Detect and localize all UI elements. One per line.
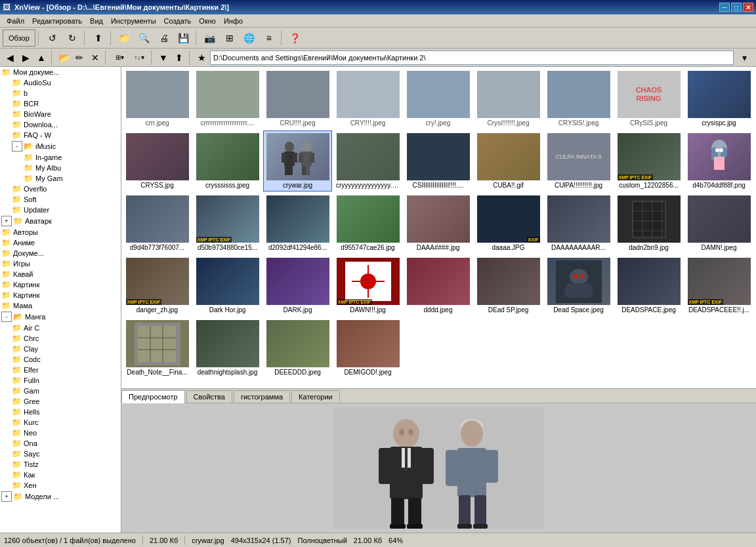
sidebar-item-Sayc[interactable]: 📁 Sayc: [0, 449, 121, 459]
refresh2-btn[interactable]: ↻: [63, 30, 81, 47]
help-btn[interactable]: ❓: [286, 30, 304, 47]
thumb-d2092[interactable]: d2092df41294e86...: [263, 193, 332, 254]
sidebar-item-Anime[interactable]: 📁 Аниме: [0, 237, 121, 248]
thumb-danger[interactable]: XMP IPTC EXIF danger_zh.jpg: [123, 255, 192, 316]
menu-info[interactable]: Инфо: [220, 16, 247, 26]
fav-btn[interactable]: ★: [194, 51, 209, 65]
print-btn[interactable]: 🖨: [155, 30, 173, 47]
tab-properties[interactable]: Свойства: [186, 390, 232, 403]
sidebar-item-FAQ[interactable]: 📁 FAQ - W: [0, 130, 121, 140]
thumb-d955[interactable]: d955747cae26.jpg: [333, 193, 402, 254]
sidebar-item-Mama[interactable]: 📁 Мама: [0, 300, 121, 311]
menu-create[interactable]: Создать: [160, 16, 196, 26]
thumb-d9d4b7[interactable]: d9d4b773f76007...: [123, 193, 192, 254]
thumb-crywar[interactable]: crywar.jpg: [263, 131, 332, 192]
edit-btn[interactable]: ✏: [72, 51, 87, 65]
nav2-btn[interactable]: ⬆: [172, 51, 186, 65]
expander-modeli[interactable]: +: [1, 491, 12, 502]
sidebar-item-Igry[interactable]: 📁 Игры: [0, 258, 121, 269]
thumb-crrrrr[interactable]: crrrrrrrrrrrrrrrrrrrr....: [193, 68, 262, 129]
thumb-cryyy[interactable]: cryyyyyyyyyyyyyyy.jpg: [333, 131, 402, 192]
thumb-cry[interactable]: cry!.jpeg: [404, 68, 472, 129]
tab-preview[interactable]: Предпросмотр: [121, 390, 185, 403]
thumb-DEMIGOD[interactable]: DEMIGOD!.jpeg: [333, 317, 402, 378]
sidebar-item-Overflo[interactable]: 📁 Overflo: [0, 184, 121, 194]
sidebar-item-Chrc[interactable]: 📁 Chrc: [0, 333, 121, 344]
thumb-DarkHor[interactable]: Dark Hor.jpg: [193, 255, 262, 316]
thumb-DeadSpace[interactable]: Dead Space.jpeg: [544, 255, 613, 316]
web-btn[interactable]: 🌐: [240, 30, 259, 47]
sidebar-item-Modeli[interactable]: + 📁 Модели ...: [0, 491, 121, 502]
sidebar-item-Kartinki2[interactable]: 📁 Картинк: [0, 290, 121, 300]
up-btn[interactable]: ▲: [34, 51, 49, 65]
expander-manga[interactable]: -: [1, 312, 12, 322]
search-btn[interactable]: 🔍: [135, 30, 154, 47]
thumb-DAAAAAAAAR[interactable]: DAAAAAAAAAR...: [544, 193, 613, 254]
expander-iMusic[interactable]: -: [12, 141, 22, 152]
sidebar-item-Updater[interactable]: 📁 Updater: [0, 205, 121, 215]
thumb-dadn[interactable]: dadn2bn9.jpg: [614, 193, 683, 254]
refresh-btn[interactable]: ↺: [43, 30, 62, 47]
sidebar-item-Kurc[interactable]: 📁 Kurc: [0, 417, 121, 428]
tab-histogram[interactable]: гистограмма: [234, 390, 290, 403]
thumb-dddd[interactable]: dddd.jpeg: [404, 255, 472, 316]
sidebar-item-favorites[interactable]: 📁 Мои докуме...: [0, 67, 121, 77]
browser-tab-btn[interactable]: Обзор: [3, 30, 35, 47]
grid-btn[interactable]: ⊞: [220, 30, 239, 47]
sidebar-item-Kak[interactable]: 📁 Как: [0, 470, 121, 480]
copy-btn[interactable]: 💾: [175, 30, 193, 47]
thumb-CRYSIS[interactable]: CRYSIS!.jpeg: [544, 68, 613, 129]
filter-btn[interactable]: ▼: [156, 51, 171, 65]
thumb-DAMN[interactable]: DAMN!.jpeg: [684, 193, 753, 254]
sidebar-item-Elfer[interactable]: 📁 Elfer: [0, 365, 121, 375]
sidebar-item-MyAlbu[interactable]: 📁 My Albu: [0, 163, 121, 173]
thumb-d4b704[interactable]: d4b704ddf88f.png: [684, 131, 753, 192]
menu-view[interactable]: Вид: [86, 16, 107, 26]
sidebar-item-AudioSu[interactable]: 📁 AudioSu: [0, 77, 121, 88]
view-mode-btn[interactable]: ⊞▾: [110, 51, 129, 65]
thumb-DEEEDDD[interactable]: DEEEDDD.jpeg: [263, 317, 332, 378]
delete-btn[interactable]: ✕: [88, 51, 102, 65]
sidebar-item-Codc[interactable]: 📁 Codc: [0, 354, 121, 365]
sidebar-item-Tistz[interactable]: 📁 Tistz: [0, 459, 121, 470]
sidebar-item-AirC[interactable]: 📁 Air C: [0, 323, 121, 333]
back-btn[interactable]: ◀: [3, 51, 17, 65]
thumb-CRY[interactable]: CRY!!!!.jpeg: [333, 68, 402, 129]
thumb-CRySIS[interactable]: CHAOSRISING CRySIS.jpeg: [614, 68, 683, 129]
thumb-DAAA[interactable]: DAAA####.jpg: [404, 193, 472, 254]
sidebar-item-Ona[interactable]: 📁 Ona: [0, 438, 121, 449]
thumb-CRU[interactable]: CRU!!!!.jpeg: [263, 68, 332, 129]
sidebar-item-Gam[interactable]: 📁 Gam: [0, 386, 121, 396]
thumb-CRYSS[interactable]: CRYSS.jpg: [123, 131, 192, 192]
sidebar-item-Downloa[interactable]: 📁 Downloa...: [0, 119, 121, 130]
sidebar-item-b[interactable]: 📁 b: [0, 88, 121, 98]
sidebar-item-Manga[interactable]: - 📂 Манга: [0, 311, 121, 323]
close-button[interactable]: ✕: [743, 3, 753, 12]
menu-tools[interactable]: Инструменты: [107, 16, 160, 26]
go-btn[interactable]: ▾: [735, 51, 753, 65]
address-input[interactable]: [210, 51, 734, 65]
thumb-deathnight[interactable]: deathnightsplash.jpg: [193, 317, 262, 378]
thumb-CUBA[interactable]: CUBA!!.gif: [474, 131, 543, 192]
new-folder-btn[interactable]: 📁: [116, 30, 134, 47]
thumb-DAWN[interactable]: XMP IPTC EXIF DAWN!!!.jpg: [333, 255, 402, 316]
thumb-DARK[interactable]: DARK.jpg: [263, 255, 332, 316]
thumb-CUlPA[interactable]: CULPA INNATA II CUlPA!!!!!!!!!!.jpg: [544, 131, 613, 192]
tab-categories[interactable]: Категории: [291, 390, 340, 403]
sidebar-item-Avatarki[interactable]: + 📁 Аватарк: [0, 215, 121, 227]
thumb-DEADSPACE[interactable]: DEADSPACE.jpeg: [614, 255, 683, 316]
folder-up-btn[interactable]: ⬆: [89, 30, 108, 47]
menu-file[interactable]: Файл: [3, 16, 28, 26]
thumb-DEadSP[interactable]: DEad SP.jpeg: [474, 255, 543, 316]
sidebar-item-Clay[interactable]: 📁 Clay: [0, 344, 121, 354]
camera-btn[interactable]: 📷: [201, 30, 219, 47]
sidebar-item-BioWare[interactable]: 📁 BioWare: [0, 109, 121, 119]
thumb-CSI[interactable]: CSIIIIIIIIIIIIIII!!!!....: [404, 131, 472, 192]
thumb-crysssisss[interactable]: crysssisss.jpeg: [193, 131, 262, 192]
thumb-DEADSPACEEE[interactable]: XMP IPTC EXIF DEADSPACEEE!!.j...: [684, 255, 753, 316]
sidebar-item-InGame[interactable]: 📁 In-game: [0, 152, 121, 163]
sidebar-item-BCR[interactable]: 📁 BCR: [0, 98, 121, 109]
sidebar-item-Avtory[interactable]: 📁 Авторы: [0, 227, 121, 237]
menu-window[interactable]: Окно: [195, 16, 220, 26]
expander-avatarki[interactable]: +: [1, 216, 12, 226]
